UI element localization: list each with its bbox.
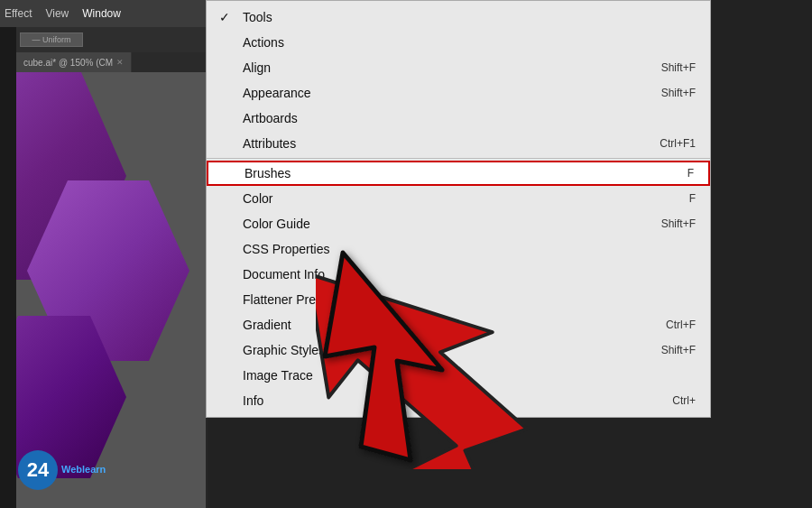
tab-close[interactable]: ✕: [116, 58, 124, 67]
menu-item-gradient[interactable]: Gradient Ctrl+F: [207, 312, 710, 337]
menu-window[interactable]: Window: [82, 7, 121, 20]
menu-item-css-properties[interactable]: CSS Properties: [207, 236, 710, 262]
menu-item-color[interactable]: Color F: [207, 186, 710, 211]
menu-item-attributes-label: Attributes: [243, 136, 296, 151]
menu-item-artboards-label: Artboards: [243, 111, 298, 125]
tab-bar: cube.ai* @ 150% (CM ✕: [16, 52, 208, 72]
menu-item-document-info[interactable]: Document Info: [207, 262, 710, 287]
menu-item-color-shortcut: F: [689, 192, 696, 205]
menu-item-gradient-shortcut: Ctrl+F: [666, 319, 696, 331]
menu-item-align-label: Align: [243, 60, 271, 75]
menu-item-css-properties-label: CSS Properties: [243, 242, 329, 256]
menu-item-appearance-label: Appearance: [243, 86, 311, 100]
toolbar: — Uniform: [16, 27, 208, 52]
menu-item-graphic-styles[interactable]: Graphic Styles Shift+F: [207, 337, 710, 363]
menu-item-info-label: Info: [243, 393, 263, 408]
menu-item-color-guide-shortcut: Shift+F: [661, 217, 696, 230]
tab-label: cube.ai* @ 150% (CM: [23, 58, 113, 68]
menu-item-info[interactable]: Info Ctrl+: [207, 388, 710, 413]
menu-item-info-shortcut: Ctrl+: [672, 394, 696, 407]
stroke-preview[interactable]: — Uniform: [20, 32, 83, 47]
menu-item-align[interactable]: Align Shift+F: [207, 55, 710, 80]
menu-item-tools-label: Tools: [243, 10, 272, 24]
menu-item-color-label: Color: [243, 191, 272, 206]
menu-item-image-trace-label: Image Trace: [243, 368, 313, 383]
menu-item-brushes[interactable]: Brushes F: [207, 161, 710, 186]
document-tab[interactable]: cube.ai* @ 150% (CM ✕: [16, 52, 132, 72]
menu-item-graphic-styles-shortcut: Shift+F: [661, 344, 696, 356]
menu-item-flattener-preview[interactable]: Flattener Preview: [207, 287, 710, 312]
menu-effect[interactable]: Effect: [5, 7, 32, 20]
menu-item-gradient-label: Gradient: [243, 318, 291, 332]
menu-item-attributes[interactable]: Attributes Ctrl+F1: [207, 131, 710, 156]
menu-item-flattener-preview-label: Flattener Preview: [243, 292, 341, 307]
logo-brand: Weblearn: [61, 464, 106, 476]
menu-item-align-shortcut: Shift+F: [661, 61, 696, 74]
menu-bar: Effect View Window: [0, 0, 208, 27]
menu-item-graphic-styles-label: Graphic Styles: [243, 343, 325, 357]
menu-item-color-guide-label: Color Guide: [243, 217, 310, 231]
menu-item-appearance-shortcut: Shift+F: [661, 87, 696, 99]
logo-number: 24: [18, 450, 58, 490]
menu-item-actions-label: Actions: [243, 35, 284, 50]
menu-item-actions[interactable]: Actions: [207, 30, 710, 55]
menu-item-brushes-shortcut: F: [687, 167, 694, 180]
window-dropdown-menu: Tools Actions Align Shift+F Appearance S…: [206, 0, 711, 418]
menu-view[interactable]: View: [45, 7, 69, 20]
menu-item-appearance[interactable]: Appearance Shift+F: [207, 80, 710, 106]
canvas-area: [0, 0, 208, 508]
menu-item-brushes-label: Brushes: [245, 166, 291, 180]
side-panel: [0, 0, 16, 508]
menu-divider-1: [207, 158, 710, 159]
menu-item-tools[interactable]: Tools: [207, 5, 710, 30]
watermark: 24 Weblearn: [18, 450, 106, 490]
menu-item-document-info-label: Document Info: [243, 267, 325, 282]
menu-item-color-guide[interactable]: Color Guide Shift+F: [207, 211, 710, 236]
menu-item-artboards[interactable]: Artboards: [207, 106, 710, 131]
menu-item-image-trace[interactable]: Image Trace: [207, 363, 710, 388]
menu-item-attributes-shortcut: Ctrl+F1: [660, 137, 696, 150]
